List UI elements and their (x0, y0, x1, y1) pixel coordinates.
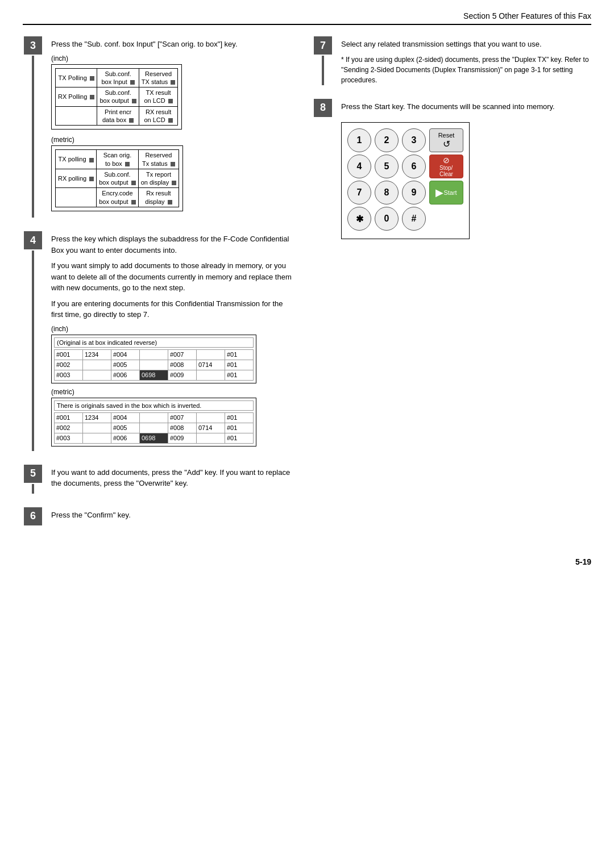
step-5-text: If you want to add documents, press the … (51, 467, 296, 489)
stop-clear-icon: ⊘ (443, 156, 450, 165)
fax-diagram-inch: TX Polling Sub.conf.box Input ReservedTX… (51, 64, 182, 130)
cell: #01 (225, 433, 254, 443)
cell: #007 (168, 349, 197, 360)
page-number: 5-19 (23, 557, 591, 566)
reset-label: Reset (438, 132, 455, 139)
memory-header-metric: There is originals saved in the box whic… (54, 400, 254, 411)
table-row: Encry.codebox output Rx resultdisplay (56, 188, 179, 207)
cell: Tx reporton display (138, 169, 179, 188)
cell: #003 (55, 370, 83, 380)
cell: Rx resultdisplay (138, 188, 179, 207)
reset-icon: ↺ (443, 139, 450, 149)
cell: #001 (55, 412, 83, 423)
cell: #01 (225, 423, 254, 433)
key-3[interactable]: 3 (402, 128, 426, 152)
step-7-asterisk: * If you are using duplex (2-sided) docu… (341, 55, 591, 85)
cell: 1234 (83, 412, 111, 423)
cell (140, 412, 168, 423)
metric-label-3: (metric) (51, 136, 296, 144)
key-4[interactable]: 4 (347, 155, 371, 178)
step-4-content: Press the key which displays the subaddr… (51, 231, 296, 451)
key-8[interactable]: 8 (375, 181, 399, 205)
cell: TX polling (56, 150, 97, 169)
table-row: Print encrdata box RX resulton LCD (56, 106, 178, 126)
step-7-number: 7 (313, 36, 333, 85)
keypad-row-2: 4 5 6 ⊘ Stop/Clear (347, 155, 463, 178)
step-7-content: Select any related transmission settings… (341, 36, 591, 85)
cell: #003 (55, 433, 83, 443)
step-3-block: 3 Press the "Sub. conf. box Input" ["Sca… (23, 36, 296, 218)
cell: #01 (225, 349, 254, 360)
cell: 1234 (83, 349, 111, 360)
cell: TX resulton LCD (139, 87, 178, 107)
table-row: RX Polling Sub.conf.box output TX result… (56, 87, 178, 107)
step-8-text: Press the Start key. The documents will … (341, 101, 591, 112)
cell: #01 (225, 370, 254, 380)
cell (83, 360, 111, 370)
key-reset[interactable]: Reset ↺ (429, 128, 463, 152)
table-row: RX polling Sub.conf.box output Tx report… (56, 169, 179, 188)
key-2[interactable]: 2 (375, 128, 399, 152)
cell: #006 (111, 433, 140, 443)
table-row: TX polling Scan orig.to box ReservedTx s… (56, 150, 179, 169)
step-6-block: 6 Press the "Confirm" key. (23, 507, 296, 527)
left-column: 3 Press the "Sub. conf. box Input" ["Sca… (23, 36, 296, 540)
cell (56, 188, 97, 207)
key-start[interactable]: ▶ Start (429, 181, 463, 205)
step-8-block: 8 Press the Start key. The documents wil… (313, 99, 591, 240)
step-6-content: Press the "Confirm" key. (51, 507, 296, 527)
step-3-number: 3 (23, 36, 43, 218)
cell: #004 (111, 349, 140, 360)
memory-diagram-metric: There is originals saved in the box whic… (51, 398, 256, 446)
key-7[interactable]: 7 (347, 181, 371, 205)
table-row: #002 #005 #008 0714 #01 (55, 423, 254, 433)
step-4-number: 4 (23, 231, 43, 451)
cell-highlighted: 0698 (140, 370, 168, 380)
cell (140, 360, 168, 370)
cell: Sub.conf.box Input (97, 68, 139, 87)
keypad-row-4: ✱ 0 # (347, 207, 463, 231)
metric-label-4: (metric) (51, 388, 296, 396)
key-9[interactable]: 9 (402, 181, 426, 205)
step-6-number: 6 (23, 507, 43, 527)
key-star[interactable]: ✱ (347, 207, 371, 231)
cell (197, 370, 225, 380)
cell (197, 412, 225, 423)
step-3-text: Press the "Sub. conf. box Input" ["Scan … (51, 39, 296, 50)
key-6[interactable]: 6 (402, 155, 426, 178)
cell: RX polling (56, 169, 97, 188)
stop-clear-label: Stop/Clear (439, 165, 453, 177)
cell: #01 (225, 360, 254, 370)
cell: 0714 (197, 423, 225, 433)
table-row: TX Polling Sub.conf.box Input ReservedTX… (56, 68, 178, 87)
cell (83, 433, 111, 443)
cell: Sub.conf.box output (97, 87, 139, 107)
cell (140, 423, 168, 433)
key-1[interactable]: 1 (347, 128, 371, 152)
right-column: 7 Select any related transmission settin… (313, 36, 591, 540)
step-6-text: Press the "Confirm" key. (51, 510, 296, 521)
inch-label-3: (inch) (51, 55, 296, 62)
key-0[interactable]: 0 (375, 207, 399, 231)
step-7-block: 7 Select any related transmission settin… (313, 36, 591, 85)
step-5-content: If you want to add documents, press the … (51, 465, 296, 494)
two-column-layout: 3 Press the "Sub. conf. box Input" ["Sca… (23, 36, 591, 540)
cell: #01 (225, 412, 254, 423)
cell: #004 (111, 412, 140, 423)
cell: #008 (168, 360, 197, 370)
cell (140, 349, 168, 360)
fax-diagram-metric: TX polling Scan orig.to box ReservedTx s… (51, 145, 183, 211)
inch-label-4: (inch) (51, 325, 296, 333)
keypad-diagram: 1 2 3 Reset ↺ 4 5 6 (341, 122, 470, 239)
diagram-table-inch: TX Polling Sub.conf.box Input ReservedTX… (55, 68, 178, 126)
step-8-content: Press the Start key. The documents will … (341, 99, 591, 240)
key-5[interactable]: 5 (375, 155, 399, 178)
cell: #007 (168, 412, 197, 423)
key-hash[interactable]: # (402, 207, 426, 231)
keypad-row-3: 7 8 9 ▶ Start (347, 181, 463, 205)
step-5-block: 5 If you want to add documents, press th… (23, 465, 296, 494)
cell: #005 (111, 360, 140, 370)
key-stop-clear[interactable]: ⊘ Stop/Clear (429, 155, 463, 178)
cell: #005 (111, 423, 140, 433)
step-7-text1: Select any related transmission settings… (341, 39, 591, 50)
